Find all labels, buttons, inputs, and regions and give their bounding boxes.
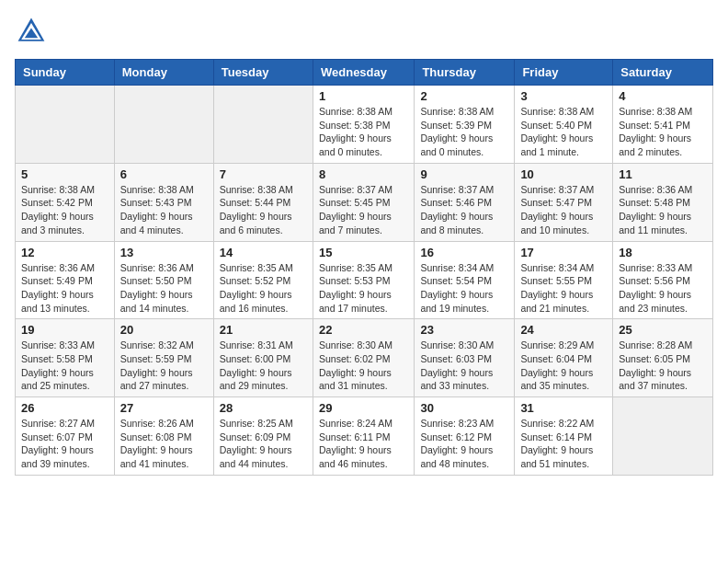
day-info: Sunrise: 8:38 AMSunset: 5:39 PMDaylight:… (420, 105, 508, 159)
weekday-header: Friday (515, 60, 613, 86)
calendar-cell: 30Sunrise: 8:23 AMSunset: 6:12 PMDayligh… (415, 397, 515, 476)
day-info: Sunrise: 8:38 AMSunset: 5:38 PMDaylight:… (319, 105, 408, 159)
day-number: 28 (220, 401, 307, 415)
calendar-week-row: 12Sunrise: 8:36 AMSunset: 5:49 PMDayligh… (16, 241, 713, 319)
day-info: Sunrise: 8:23 AMSunset: 6:12 PMDaylight:… (420, 417, 508, 471)
weekday-header: Monday (114, 60, 213, 86)
day-number: 12 (21, 246, 108, 259)
calendar-cell: 12Sunrise: 8:36 AMSunset: 5:49 PMDayligh… (16, 241, 115, 319)
day-info: Sunrise: 8:27 AMSunset: 6:07 PMDaylight:… (21, 417, 108, 471)
calendar-cell: 19Sunrise: 8:33 AMSunset: 5:58 PMDayligh… (16, 319, 115, 397)
calendar-cell: 2Sunrise: 8:38 AMSunset: 5:39 PMDaylight… (415, 86, 515, 164)
day-info: Sunrise: 8:30 AMSunset: 6:03 PMDaylight:… (420, 339, 508, 393)
calendar-cell: 6Sunrise: 8:38 AMSunset: 5:43 PMDaylight… (114, 163, 213, 241)
calendar-cell: 20Sunrise: 8:32 AMSunset: 5:59 PMDayligh… (114, 319, 213, 397)
day-number: 25 (619, 323, 707, 337)
day-info: Sunrise: 8:38 AMSunset: 5:42 PMDaylight:… (21, 183, 108, 237)
day-number: 23 (420, 323, 508, 337)
day-info: Sunrise: 8:35 AMSunset: 5:52 PMDaylight:… (220, 261, 307, 316)
day-info: Sunrise: 8:38 AMSunset: 5:43 PMDaylight:… (120, 183, 208, 237)
calendar-cell: 10Sunrise: 8:37 AMSunset: 5:47 PMDayligh… (515, 163, 613, 241)
calendar-cell: 9Sunrise: 8:37 AMSunset: 5:46 PMDaylight… (415, 163, 515, 241)
calendar-cell: 25Sunrise: 8:28 AMSunset: 6:05 PMDayligh… (613, 319, 713, 397)
calendar-week-row: 5Sunrise: 8:38 AMSunset: 5:42 PMDaylight… (16, 163, 713, 241)
calendar-cell: 29Sunrise: 8:24 AMSunset: 6:11 PMDayligh… (313, 397, 414, 476)
day-info: Sunrise: 8:37 AMSunset: 5:45 PMDaylight:… (319, 183, 408, 237)
day-number: 13 (120, 246, 208, 259)
day-number: 16 (420, 246, 508, 259)
page-header (15, 15, 713, 48)
day-info: Sunrise: 8:34 AMSunset: 5:54 PMDaylight:… (420, 261, 508, 316)
logo-icon (15, 15, 48, 48)
calendar-cell: 31Sunrise: 8:22 AMSunset: 6:14 PMDayligh… (515, 397, 613, 476)
calendar-cell: 17Sunrise: 8:34 AMSunset: 5:55 PMDayligh… (515, 241, 613, 319)
weekday-header: Wednesday (313, 60, 414, 86)
day-number: 20 (120, 323, 208, 337)
day-info: Sunrise: 8:33 AMSunset: 5:56 PMDaylight:… (619, 261, 707, 316)
day-number: 8 (319, 167, 408, 181)
calendar-cell: 23Sunrise: 8:30 AMSunset: 6:03 PMDayligh… (415, 319, 515, 397)
weekday-header: Sunday (16, 60, 115, 86)
day-info: Sunrise: 8:34 AMSunset: 5:55 PMDaylight:… (520, 261, 607, 316)
calendar-cell: 27Sunrise: 8:26 AMSunset: 6:08 PMDayligh… (114, 397, 213, 476)
calendar-cell: 16Sunrise: 8:34 AMSunset: 5:54 PMDayligh… (415, 241, 515, 319)
day-number: 6 (120, 167, 208, 181)
day-number: 2 (420, 89, 508, 103)
day-info: Sunrise: 8:37 AMSunset: 5:47 PMDaylight:… (520, 183, 607, 237)
calendar-cell: 18Sunrise: 8:33 AMSunset: 5:56 PMDayligh… (613, 241, 713, 319)
day-info: Sunrise: 8:36 AMSunset: 5:48 PMDaylight:… (619, 183, 707, 237)
day-number: 18 (619, 246, 707, 259)
day-info: Sunrise: 8:30 AMSunset: 6:02 PMDaylight:… (319, 339, 408, 393)
day-info: Sunrise: 8:26 AMSunset: 6:08 PMDaylight:… (120, 417, 208, 471)
calendar-cell (16, 86, 115, 164)
logo (15, 15, 53, 48)
day-number: 31 (520, 401, 607, 415)
day-info: Sunrise: 8:29 AMSunset: 6:04 PMDaylight:… (520, 339, 607, 393)
calendar-cell (114, 86, 213, 164)
day-info: Sunrise: 8:36 AMSunset: 5:50 PMDaylight:… (120, 261, 208, 316)
day-number: 7 (220, 167, 307, 181)
day-info: Sunrise: 8:38 AMSunset: 5:41 PMDaylight:… (619, 105, 707, 159)
day-info: Sunrise: 8:38 AMSunset: 5:44 PMDaylight:… (220, 183, 307, 237)
calendar-cell: 1Sunrise: 8:38 AMSunset: 5:38 PMDaylight… (313, 86, 414, 164)
day-number: 17 (520, 246, 607, 259)
day-number: 27 (120, 401, 208, 415)
day-number: 11 (619, 167, 707, 181)
calendar-header-row: SundayMondayTuesdayWednesdayThursdayFrid… (16, 60, 713, 86)
calendar-cell: 21Sunrise: 8:31 AMSunset: 6:00 PMDayligh… (213, 319, 313, 397)
calendar-cell: 11Sunrise: 8:36 AMSunset: 5:48 PMDayligh… (613, 163, 713, 241)
day-number: 21 (220, 323, 307, 337)
calendar-week-row: 26Sunrise: 8:27 AMSunset: 6:07 PMDayligh… (16, 397, 713, 476)
day-number: 24 (520, 323, 607, 337)
day-info: Sunrise: 8:22 AMSunset: 6:14 PMDaylight:… (520, 417, 607, 471)
day-number: 10 (520, 167, 607, 181)
day-info: Sunrise: 8:28 AMSunset: 6:05 PMDaylight:… (619, 339, 707, 393)
day-number: 22 (319, 323, 408, 337)
day-info: Sunrise: 8:33 AMSunset: 5:58 PMDaylight:… (21, 339, 108, 393)
day-info: Sunrise: 8:32 AMSunset: 5:59 PMDaylight:… (120, 339, 208, 393)
day-info: Sunrise: 8:37 AMSunset: 5:46 PMDaylight:… (420, 183, 508, 237)
calendar-cell (213, 86, 313, 164)
day-number: 15 (319, 246, 408, 259)
day-info: Sunrise: 8:38 AMSunset: 5:40 PMDaylight:… (520, 105, 607, 159)
day-number: 5 (21, 167, 108, 181)
calendar-cell: 24Sunrise: 8:29 AMSunset: 6:04 PMDayligh… (515, 319, 613, 397)
weekday-header: Tuesday (213, 60, 313, 86)
day-info: Sunrise: 8:31 AMSunset: 6:00 PMDaylight:… (220, 339, 307, 393)
day-number: 1 (319, 89, 408, 103)
calendar-cell: 26Sunrise: 8:27 AMSunset: 6:07 PMDayligh… (16, 397, 115, 476)
calendar-cell: 22Sunrise: 8:30 AMSunset: 6:02 PMDayligh… (313, 319, 414, 397)
day-number: 3 (520, 89, 607, 103)
calendar-cell: 15Sunrise: 8:35 AMSunset: 5:53 PMDayligh… (313, 241, 414, 319)
day-number: 9 (420, 167, 508, 181)
day-number: 30 (420, 401, 508, 415)
day-info: Sunrise: 8:24 AMSunset: 6:11 PMDaylight:… (319, 417, 408, 471)
weekday-header: Saturday (613, 60, 713, 86)
calendar-cell: 4Sunrise: 8:38 AMSunset: 5:41 PMDaylight… (613, 86, 713, 164)
day-number: 19 (21, 323, 108, 337)
weekday-header: Thursday (415, 60, 515, 86)
day-number: 26 (21, 401, 108, 415)
calendar-cell: 13Sunrise: 8:36 AMSunset: 5:50 PMDayligh… (114, 241, 213, 319)
calendar-cell (613, 397, 713, 476)
day-info: Sunrise: 8:25 AMSunset: 6:09 PMDaylight:… (220, 417, 307, 471)
